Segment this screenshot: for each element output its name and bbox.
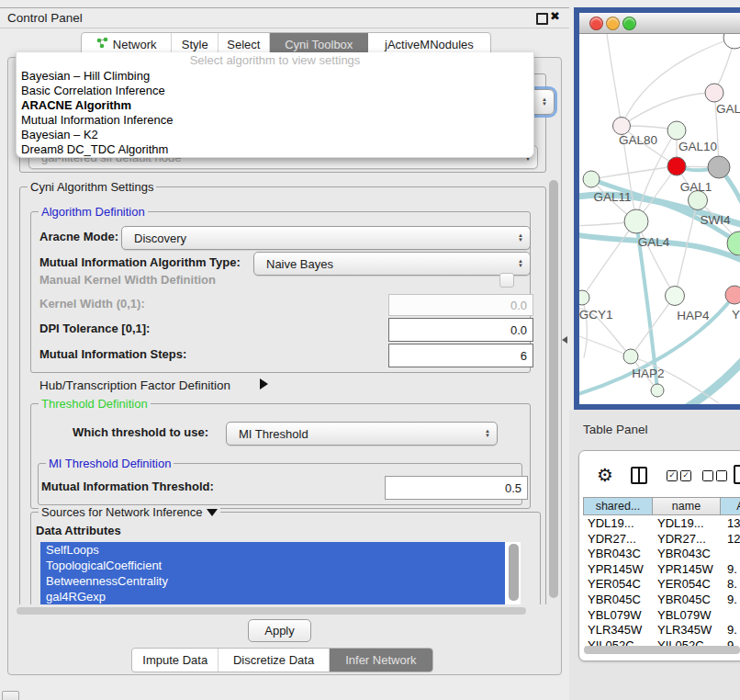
network-edge [582, 221, 636, 298]
network-node-GAL2[interactable] [705, 84, 723, 102]
network-node-HAP4[interactable] [666, 287, 685, 306]
network-node-unnamed[interactable] [708, 156, 730, 178]
panel-splitter-arrow[interactable] [562, 336, 567, 344]
tab-label: Style [182, 38, 208, 51]
table-horizontal-scrollbar[interactable] [584, 646, 740, 654]
table-row[interactable]: YBR043C YBR043C [579, 547, 740, 562]
network-node-GAL4[interactable] [624, 209, 648, 233]
network-canvas[interactable]: GAL2GAL80GAL10GAL1GAL11SWI4GAL4GCY1HAP4Y… [579, 34, 740, 405]
network-node-unnamed[interactable] [723, 34, 740, 49]
dropdown-item[interactable]: Mutual Information Inference [17, 113, 533, 128]
cell-name: YER054C [652, 577, 720, 593]
dropdown-item[interactable]: Bayesian – Hill Climbing [17, 69, 533, 84]
mi-type-combobox[interactable]: Naive Bayes ▲▼ [253, 252, 531, 276]
table-row[interactable]: YBR045C YBR045C 9. [579, 593, 740, 608]
tab-discretize-data[interactable]: Discretize Data [219, 649, 329, 672]
attribute-list-item[interactable]: gal4RGexp [40, 589, 505, 604]
select-all-columns-icon[interactable]: ✓✓ [667, 470, 691, 481]
network-node-label: GAL10 [678, 140, 717, 153]
cell-value: 13 [720, 516, 740, 532]
network-node-label: GAL2 [716, 102, 740, 116]
collapsed-panel-button[interactable] [2, 691, 19, 700]
table-row[interactable]: YDL19... YDL19... 13 [579, 516, 740, 532]
column-header-name[interactable]: name [652, 497, 721, 515]
kernel-width-value: 0.0 [510, 299, 527, 312]
table-row[interactable]: YLR345W YLR345W 9. [579, 623, 740, 638]
column-label: name [672, 500, 701, 513]
deselect-all-columns-icon[interactable] [702, 470, 727, 481]
network-edge [607, 34, 622, 126]
settings-horizontal-scrollbar[interactable] [17, 607, 526, 615]
which-threshold-combobox[interactable]: MI Threshold ▲▼ [226, 422, 498, 446]
cell-name: YDR27... [652, 532, 720, 548]
network-edge [591, 179, 739, 243]
gear-icon[interactable]: ⚙ [597, 464, 613, 486]
network-icon [96, 37, 108, 51]
list-scrollbar[interactable] [509, 544, 519, 601]
cell-name: YPR145W [652, 562, 720, 578]
network-node-label: SWI4 [700, 213, 730, 227]
apply-label: Apply [264, 624, 295, 638]
which-threshold-label: Which threshold to use: [73, 425, 208, 440]
table-row[interactable]: YER054C YER054C 8. [579, 577, 740, 593]
attribute-list-item[interactable]: BetweennessCentrality [40, 573, 505, 589]
minimize-traffic-light-icon[interactable] [606, 17, 620, 30]
collapse-arrow-icon[interactable] [207, 509, 218, 516]
network-node-unnamed[interactable] [651, 384, 664, 397]
network-node-GAL10[interactable] [667, 121, 686, 140]
network-node-Y[interactable] [725, 286, 740, 304]
dropdown-item[interactable]: Dream8 DC_TDC Algorithm [17, 142, 533, 157]
network-node-label: GAL1 [680, 180, 712, 194]
float-window-icon[interactable] [536, 13, 548, 25]
cell-name: YBL079W [652, 608, 720, 624]
mi-steps-field[interactable]: 6 [388, 344, 533, 367]
network-node-label: HAP4 [677, 309, 710, 322]
column-header-partial[interactable]: A [720, 497, 740, 515]
dropdown-item[interactable]: Bayesian – K2 [17, 128, 533, 142]
aracne-mode-combobox[interactable]: Discovery ▲▼ [121, 226, 531, 250]
attribute-list-item[interactable]: SelfLoops [40, 542, 505, 558]
network-node-HAP2[interactable] [623, 349, 638, 364]
close-icon[interactable]: ✖ [550, 9, 560, 23]
group-title: Algorithm Definition [39, 205, 148, 220]
dropdown-items: Bayesian – Hill ClimbingBasic Correlatio… [17, 69, 533, 157]
column-header-shared[interactable]: shared... [583, 497, 653, 515]
export-table-icon[interactable] [734, 465, 740, 484]
network-node-GAL1[interactable] [667, 157, 686, 175]
cell-value: 9. [720, 593, 737, 608]
cell-name: YBR045C [652, 593, 720, 608]
dpi-tolerance-field[interactable]: 0.0 [388, 318, 533, 342]
close-traffic-light-icon[interactable] [589, 17, 603, 30]
network-edge [622, 93, 714, 126]
mi-threshold-field[interactable]: 0.5 [385, 476, 528, 500]
cell-shared-name: YBR045C [579, 593, 652, 608]
table-row[interactable]: YBL079W YBL079W [579, 608, 740, 624]
columns-icon[interactable] [631, 467, 647, 484]
cell-name: YDL19... [652, 516, 720, 532]
expand-arrow-icon[interactable] [260, 378, 268, 390]
group-title: MI Threshold Definition [46, 457, 174, 471]
tab-impute-data[interactable]: Impute Data [132, 649, 219, 672]
settings-vertical-scrollbar[interactable] [549, 180, 558, 598]
dropdown-item[interactable]: Basic Correlation Inference [17, 84, 533, 98]
combo-arrows-icon: ▲▼ [542, 97, 547, 107]
data-attributes-list[interactable]: SelfLoopsTopologicalCoefficientBetweenne… [40, 542, 521, 604]
network-window-titlebar[interactable] [579, 13, 740, 34]
apply-button[interactable]: Apply [248, 619, 311, 642]
cell-value: 12 [720, 532, 740, 548]
network-edge [682, 354, 740, 405]
cell-name: YBR043C [652, 547, 720, 562]
tab-infer-network[interactable]: Infer Network [330, 649, 432, 672]
network-node-GCY1[interactable] [579, 290, 589, 305]
network-node-GAL80[interactable] [613, 118, 631, 135]
manual-kernel-checkbox[interactable] [499, 273, 514, 288]
table-row[interactable]: YPR145W YPR145W 9. [579, 562, 740, 578]
network-node-GAL11[interactable] [583, 171, 600, 187]
kernel-width-field[interactable]: 0.0 [388, 294, 533, 316]
zoom-traffic-light-icon[interactable] [622, 17, 636, 30]
attribute-list-item[interactable]: TopologicalCoefficient [40, 558, 505, 573]
dpi-tolerance-value: 0.0 [510, 323, 527, 337]
dropdown-item[interactable]: ARACNE Algorithm [17, 98, 533, 113]
table-row[interactable]: YDR27... YDR27... 12 [579, 532, 740, 548]
table-window: ⚙ ✓✓ shared... name A YDL19... YDL19... … [578, 450, 740, 661]
